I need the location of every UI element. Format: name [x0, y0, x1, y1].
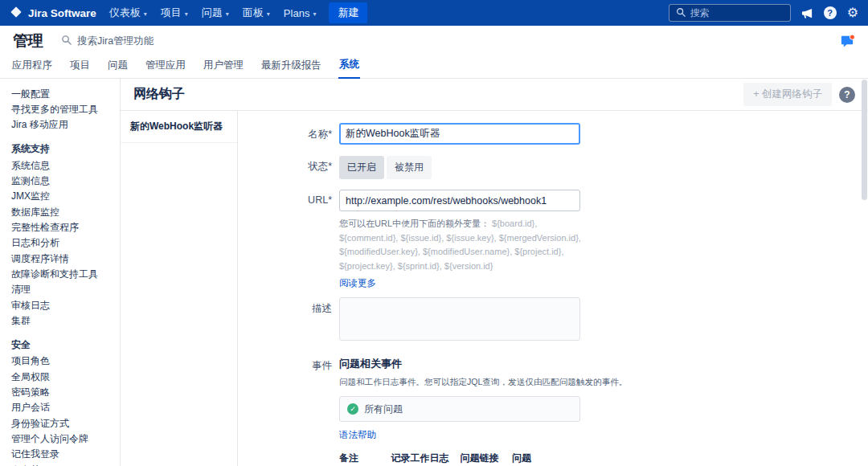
main-panel: 网络钩子 + 创建网络钩子 ? 新的WebHook监听器 名称* — [121, 79, 868, 466]
sidebar-item[interactable]: 完整性检查程序 — [11, 219, 117, 235]
webhook-list: 新的WebHook监听器 — [121, 111, 238, 466]
sidebar-item[interactable]: 审核日志 — [11, 297, 117, 313]
url-label: URL* — [238, 190, 339, 289]
sidebar-item[interactable]: 身份验证方式 — [11, 415, 117, 431]
sidebar-group: 系统支持 系统信息监测信息JMX监控数据库监控完整性检查程序日志和分析调度程序详… — [11, 140, 117, 329]
sidebar-section-title: 安全 — [11, 336, 117, 354]
admin-title: 管理 — [13, 31, 43, 51]
sidebar-item[interactable]: 数据库监控 — [11, 204, 117, 219]
checkbox-group: 问题链接 已创建 已删除 — [461, 452, 502, 466]
admin-tab[interactable]: 问题 — [107, 59, 129, 78]
sidebar-item[interactable]: JMX监控 — [11, 189, 117, 204]
jira-logo-icon — [10, 6, 23, 21]
description-label: 描述 — [238, 297, 339, 344]
vertical-scrollbar[interactable] — [862, 80, 867, 464]
sidebar-item[interactable]: 密码策略 — [11, 385, 117, 400]
announcement-icon[interactable] — [801, 7, 813, 19]
sidebar-item[interactable]: 全局权限 — [11, 369, 117, 384]
checkbox-group-title: 问题链接 — [461, 452, 502, 465]
sidebar-item[interactable]: 调度程序详情 — [11, 251, 117, 266]
scrollbar-thumb[interactable] — [862, 80, 867, 200]
create-button[interactable]: 新建 — [329, 2, 367, 23]
page-help-icon[interactable]: ? — [839, 87, 855, 103]
admin-search[interactable] — [61, 34, 214, 48]
sidebar-item[interactable]: 集群 — [11, 313, 117, 328]
nav-menu-item[interactable]: 仪表板▾ — [109, 6, 147, 20]
url-help-text: 您可以在URL中使用下面的额外变量： ${board.id}, ${commen… — [339, 217, 582, 273]
sidebar-item[interactable]: 项目角色 — [11, 354, 117, 369]
chevron-down-icon: ▾ — [267, 10, 270, 18]
jql-filter-input[interactable]: ✓ 所有问题 — [339, 396, 580, 422]
form-row-events: 事件 问题相关事件 问题和工作日志事件。您可以指定JQL查询，发送仅由匹配问题触… — [238, 354, 860, 466]
jira-logo[interactable]: Jira Software — [10, 6, 96, 21]
primary-nav: 仪表板▾项目▾问题▾面板▾Plans▾ — [109, 6, 317, 20]
jql-filter-value: 所有问题 — [364, 403, 403, 416]
brand-label: Jira Software — [28, 7, 96, 19]
sidebar-item[interactable]: 白名单 — [11, 462, 117, 466]
jira-admin-webhooks-screen: Jira Software 仪表板▾项目▾问题▾面板▾Plans▾ 新建 ? ⚙… — [0, 0, 868, 466]
webhook-form: 名称* 状态* 已开启 被禁用 — [238, 111, 868, 466]
search-icon — [676, 6, 686, 20]
nav-menu-item[interactable]: Plans▾ — [284, 7, 317, 19]
event-checkbox-groups: 备注 已创建 已更新 已删除 记录工作日志 已创建 已更新 已删除 问题链接 已… — [339, 452, 588, 466]
url-input[interactable] — [339, 190, 580, 211]
settings-gear-icon[interactable]: ⚙ — [847, 6, 858, 19]
checkbox-group-title: 备注 — [339, 452, 380, 465]
sidebar-item[interactable]: 一般配置 — [11, 86, 117, 101]
admin-tabs: 应用程序项目问题管理应用用户管理最新升级报告系统 — [0, 56, 868, 79]
admin-tab[interactable]: 最新升级报告 — [260, 59, 322, 78]
global-search[interactable] — [669, 4, 791, 22]
status-disabled-button[interactable]: 被禁用 — [387, 156, 432, 179]
issue-events-description: 问题和工作日志事件。您可以指定JQL查询，发送仅由匹配问题触发的事件。 — [339, 377, 588, 388]
search-icon — [61, 34, 72, 48]
page-header-actions: + 创建网络钩子 ? — [743, 83, 855, 106]
webhooks-body: 新的WebHook监听器 名称* 状态* — [121, 111, 868, 466]
events-label: 事件 — [238, 354, 339, 466]
page-header: 网络钩子 + 创建网络钩子 ? — [121, 79, 868, 111]
sidebar-item[interactable]: 管理个人访问令牌 — [11, 431, 117, 447]
admin-tab[interactable]: 用户管理 — [203, 59, 244, 78]
global-search-input[interactable] — [690, 7, 784, 18]
sidebar-item[interactable]: 记住我登录 — [11, 447, 117, 462]
read-more-link[interactable]: 阅读更多 — [339, 277, 376, 289]
nav-menu-item[interactable]: 项目▾ — [161, 6, 188, 20]
admin-search-input[interactable] — [77, 35, 214, 47]
notifications-icon[interactable] — [840, 34, 855, 49]
status-enabled-button[interactable]: 已开启 — [339, 156, 384, 179]
checkbox-group: 备注 已创建 已更新 已删除 — [339, 452, 380, 466]
syntax-help-link[interactable]: 语法帮助 — [339, 429, 376, 441]
admin-header: 管理 — [0, 26, 868, 56]
admin-tab[interactable]: 项目 — [69, 59, 91, 78]
top-navigation: Jira Software 仪表板▾项目▾问题▾面板▾Plans▾ 新建 ? ⚙ — [0, 0, 868, 26]
page-title: 网络钩子 — [133, 86, 185, 103]
create-webhook-button[interactable]: + 创建网络钩子 — [743, 83, 832, 106]
nav-menu-item[interactable]: 问题▾ — [202, 6, 229, 20]
issue-events-title: 问题相关事件 — [339, 354, 588, 371]
sidebar-item[interactable]: 寻找更多的管理工具 — [11, 101, 117, 117]
sidebar-item[interactable]: 用户会话 — [11, 400, 117, 415]
url-help-prefix: 您可以在URL中使用下面的额外变量： — [339, 219, 489, 228]
admin-tab[interactable]: 管理应用 — [145, 59, 186, 78]
sidebar-item[interactable]: 监测信息 — [11, 173, 117, 188]
nav-menu-item[interactable]: 面板▾ — [243, 6, 270, 20]
sidebar-group: 安全 项目角色全局权限密码策略用户会话身份验证方式管理个人访问令牌记住我登录白名… — [11, 336, 117, 466]
webhook-list-item-selected[interactable]: 新的WebHook监听器 — [121, 111, 237, 143]
form-row-name: 名称* — [238, 123, 860, 145]
sidebar-item[interactable]: 日志和分析 — [11, 235, 117, 251]
checkbox-group: 记录工作日志 已创建 已更新 已删除 — [391, 452, 449, 466]
form-row-status: 状态* 已开启 被禁用 — [238, 155, 860, 179]
system-sidebar: 一般配置寻找更多的管理工具Jira 移动应用 系统支持 系统信息监测信息JMX监… — [0, 79, 121, 466]
admin-tab[interactable]: 系统 — [338, 58, 360, 79]
chevron-down-icon: ▾ — [185, 10, 188, 18]
sidebar-item[interactable]: 故障诊断和支持工具 — [11, 266, 117, 281]
sidebar-section-title: 系统支持 — [11, 140, 117, 157]
sidebar-item[interactable]: 清理 — [11, 282, 117, 297]
admin-tab[interactable]: 应用程序 — [11, 59, 53, 78]
form-row-description: 描述 — [238, 297, 860, 344]
help-icon[interactable]: ? — [824, 6, 837, 19]
sidebar-item[interactable]: Jira 移动应用 — [11, 117, 117, 133]
sidebar-item[interactable]: 系统信息 — [11, 157, 117, 173]
description-textarea[interactable] — [339, 297, 580, 341]
name-input[interactable] — [339, 123, 580, 145]
nav-right-cluster: ? ⚙ — [669, 4, 858, 22]
